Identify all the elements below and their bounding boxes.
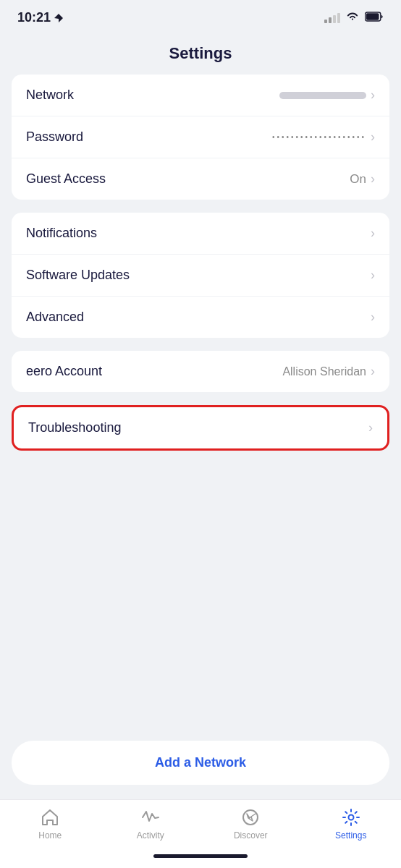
tab-home[interactable]: Home: [0, 807, 101, 841]
notifications-value: ›: [371, 226, 375, 241]
time-display: 10:21: [17, 10, 51, 25]
network-label: Network: [26, 88, 74, 103]
password-dots: ••••••••••••••••••••: [272, 134, 366, 141]
network-value: ›: [279, 88, 375, 103]
svg-point-3: [348, 815, 353, 820]
home-indicator-bar: [153, 854, 248, 858]
password-value: •••••••••••••••••••• ›: [272, 129, 375, 145]
chevron-icon: ›: [371, 171, 375, 187]
home-icon: [40, 807, 60, 827]
eero-account-value: Allison Sheridan ›: [282, 364, 375, 379]
advanced-label: Advanced: [26, 310, 84, 325]
chevron-icon: ›: [371, 310, 375, 325]
wifi-icon: [346, 12, 359, 25]
troubleshooting-row[interactable]: Troubleshooting ›: [14, 407, 387, 448]
chevron-icon: ›: [371, 364, 375, 379]
network-section: Network › Password •••••••••••••••••••• …: [12, 75, 389, 200]
troubleshooting-section: Troubleshooting ›: [12, 405, 389, 451]
content-spacer: [0, 464, 401, 741]
guest-access-row[interactable]: Guest Access On ›: [12, 158, 389, 200]
home-tab-label: Home: [38, 830, 62, 841]
advanced-value: ›: [371, 310, 375, 325]
svg-rect-1: [366, 13, 379, 20]
advanced-row[interactable]: Advanced ›: [12, 297, 389, 338]
eero-account-row[interactable]: eero Account Allison Sheridan ›: [12, 351, 389, 392]
guest-access-label: Guest Access: [26, 171, 106, 187]
signal-icon: [324, 13, 340, 23]
chevron-icon: ›: [368, 420, 373, 435]
network-bar-indicator: [279, 92, 366, 99]
settings-tab-label: Settings: [335, 830, 366, 841]
tab-activity[interactable]: Activity: [101, 807, 201, 841]
updates-section: Notifications › Software Updates › Advan…: [12, 213, 389, 338]
password-label: Password: [26, 129, 83, 145]
notifications-label: Notifications: [26, 226, 97, 241]
troubleshooting-label: Troubleshooting: [28, 420, 121, 435]
account-section: eero Account Allison Sheridan ›: [12, 351, 389, 392]
status-icons: [324, 12, 384, 25]
battery-icon: [365, 12, 384, 25]
page-title: Settings: [0, 30, 401, 75]
password-row[interactable]: Password •••••••••••••••••••• ›: [12, 116, 389, 158]
chevron-icon: ›: [371, 129, 375, 145]
add-network-container: Add a Network: [12, 741, 389, 785]
software-updates-label: Software Updates: [26, 268, 130, 283]
location-icon: [54, 13, 64, 23]
software-updates-value: ›: [371, 268, 375, 283]
tab-discover[interactable]: Discover: [200, 807, 301, 841]
add-network-button[interactable]: Add a Network: [12, 741, 389, 785]
software-updates-row[interactable]: Software Updates ›: [12, 255, 389, 297]
discover-tab-label: Discover: [234, 830, 268, 841]
guest-access-value: On ›: [350, 171, 375, 187]
guest-access-status: On: [350, 172, 366, 187]
eero-account-label: eero Account: [26, 364, 102, 379]
status-bar: 10:21: [0, 0, 401, 30]
status-time: 10:21: [17, 10, 64, 25]
home-indicator: [0, 843, 401, 868]
discover-icon: [240, 807, 261, 827]
troubleshooting-value: ›: [368, 420, 373, 435]
tab-bar: Home Activity Discover Settings: [0, 799, 401, 843]
chevron-icon: ›: [371, 268, 375, 283]
chevron-icon: ›: [371, 88, 375, 103]
notifications-row[interactable]: Notifications ›: [12, 213, 389, 255]
activity-tab-label: Activity: [137, 830, 164, 841]
activity-icon: [140, 807, 161, 827]
settings-icon: [341, 807, 361, 827]
network-row[interactable]: Network ›: [12, 75, 389, 116]
tab-settings[interactable]: Settings: [301, 807, 402, 841]
eero-account-user: Allison Sheridan: [282, 365, 366, 378]
chevron-icon: ›: [371, 226, 375, 241]
